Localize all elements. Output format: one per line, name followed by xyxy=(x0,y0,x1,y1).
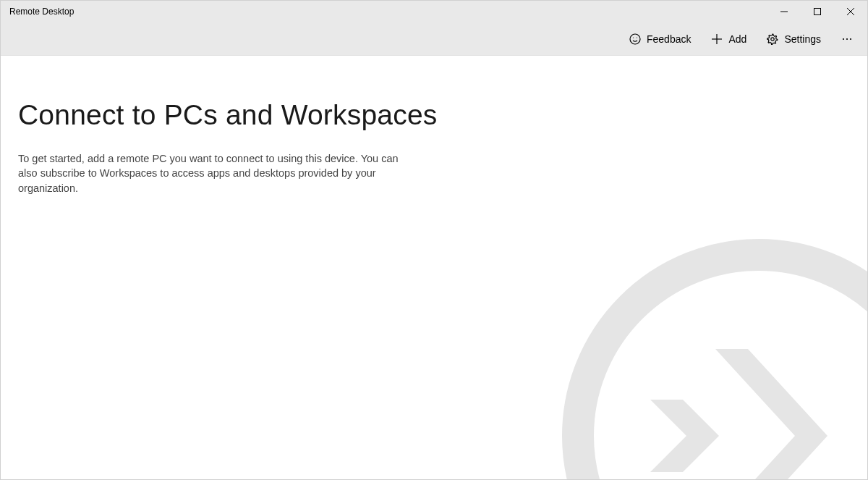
remote-desktop-icon xyxy=(556,233,867,479)
close-icon xyxy=(847,8,854,15)
svg-point-4 xyxy=(630,34,640,44)
svg-marker-15 xyxy=(650,400,719,472)
command-bar: Feedback Add Settings xyxy=(1,22,867,56)
gear-icon xyxy=(767,33,778,45)
settings-button[interactable]: Settings xyxy=(758,29,830,49)
minimize-button[interactable] xyxy=(767,1,801,22)
window-title: Remote Desktop xyxy=(9,7,74,17)
svg-point-13 xyxy=(578,255,867,479)
close-button[interactable] xyxy=(834,1,867,22)
page-headline: Connect to PCs and Workspaces xyxy=(18,99,850,131)
settings-label: Settings xyxy=(784,33,821,45)
svg-marker-14 xyxy=(715,349,827,479)
page-description: To get started, add a remote PC you want… xyxy=(18,151,401,195)
feedback-button[interactable]: Feedback xyxy=(621,29,699,49)
svg-point-12 xyxy=(850,38,851,39)
svg-point-9 xyxy=(771,37,774,40)
titlebar: Remote Desktop xyxy=(1,1,867,22)
more-icon xyxy=(841,33,853,45)
svg-point-10 xyxy=(843,38,844,39)
svg-point-5 xyxy=(633,37,634,38)
maximize-icon xyxy=(814,8,821,15)
watermark-logo xyxy=(556,233,867,479)
add-button[interactable]: Add xyxy=(702,29,755,49)
more-button[interactable] xyxy=(833,29,861,49)
svg-point-11 xyxy=(846,38,848,39)
window-controls xyxy=(767,1,867,22)
plus-icon xyxy=(711,33,723,45)
main-content: Connect to PCs and Workspaces To get sta… xyxy=(1,56,867,479)
svg-point-6 xyxy=(637,37,637,38)
add-label: Add xyxy=(728,33,746,45)
smiley-icon xyxy=(629,33,641,45)
maximize-button[interactable] xyxy=(801,1,834,22)
svg-rect-1 xyxy=(814,9,821,15)
minimize-icon xyxy=(780,8,788,15)
feedback-label: Feedback xyxy=(647,33,691,45)
